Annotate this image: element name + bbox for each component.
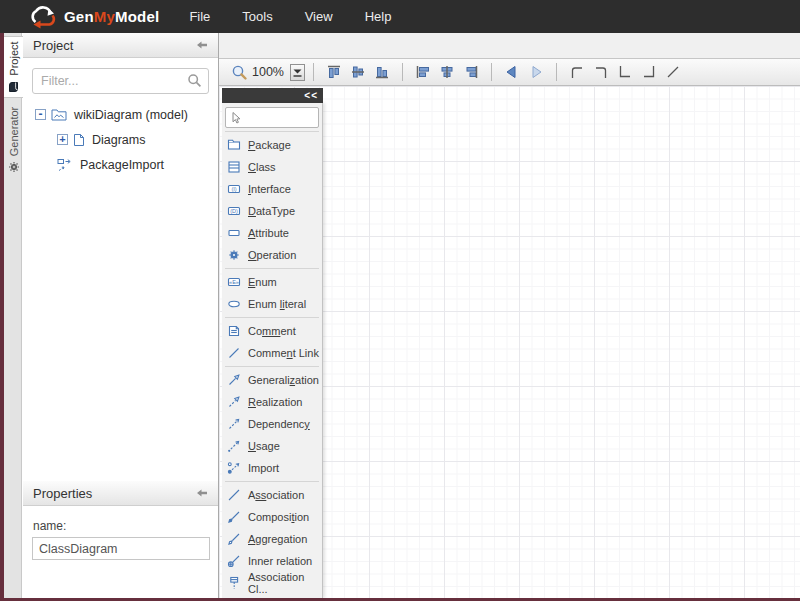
align-left-button[interactable] xyxy=(411,61,435,83)
palette-item-package[interactable]: Package xyxy=(222,134,322,156)
route-corner-top-right-button[interactable] xyxy=(589,61,613,83)
palette-item-label: Enum literal xyxy=(248,298,306,310)
operation-icon xyxy=(227,248,241,262)
palette-item-interface[interactable]: (I)Interface xyxy=(222,178,322,200)
align-center-button[interactable] xyxy=(435,61,459,83)
palette-separator xyxy=(225,481,319,482)
menu-file[interactable]: File xyxy=(173,2,226,31)
palette-item-realization[interactable]: Realization xyxy=(222,391,322,413)
sidebar-tab-project[interactable]: Project xyxy=(4,36,23,98)
sidebar-tab-generator[interactable]: Generator xyxy=(4,100,23,180)
palette-item-generalization[interactable]: Generalization xyxy=(222,369,322,391)
diagram-file-icon xyxy=(73,133,85,147)
collapse-panel-button[interactable] xyxy=(196,488,208,498)
zoom-dropdown-button[interactable] xyxy=(290,64,305,81)
tree-item-label: PackageImport xyxy=(80,158,164,172)
palette-item-dependency[interactable]: Dependency xyxy=(222,413,322,435)
project-panel-title: Project xyxy=(33,38,73,53)
palette-item-composition[interactable]: Composition xyxy=(222,506,322,528)
palette: << PackageClass(I)Interface(D)DataTypeAt… xyxy=(222,88,323,598)
palette-item-comment-link[interactable]: Comment Link xyxy=(222,342,322,364)
palette-item-association[interactable]: Association xyxy=(222,484,322,506)
menu-tools[interactable]: Tools xyxy=(226,2,288,31)
inner-relation-icon xyxy=(227,554,241,568)
palette-item-label: Composition xyxy=(248,511,309,523)
palette-item-label: Interface xyxy=(248,183,291,195)
dependency-icon xyxy=(227,417,241,431)
toolbar-separator xyxy=(556,63,557,81)
properties-panel: Properties name: xyxy=(23,481,219,560)
palette-item-usage[interactable]: Usage xyxy=(222,435,322,457)
usage-icon xyxy=(227,439,241,453)
package-icon xyxy=(227,138,241,152)
palette-item-aggregation[interactable]: Aggregation xyxy=(222,528,322,550)
palette-item-label: Association xyxy=(248,489,304,501)
association-icon xyxy=(227,488,241,502)
palette-item-label: Comment Link xyxy=(248,347,319,359)
tree-item-label: Diagrams xyxy=(92,133,146,147)
cursor-icon xyxy=(229,111,242,125)
tree-item-wikidiagram[interactable]: - wikiDiagram (model) xyxy=(23,102,218,127)
palette-item-enum[interactable]: «E»Enum xyxy=(222,271,322,293)
palette-separator xyxy=(225,366,319,367)
route-direct-button[interactable] xyxy=(661,61,685,83)
filter-input[interactable] xyxy=(32,68,209,94)
palette-item-enum-literal[interactable]: Enum literal xyxy=(222,293,322,315)
align-bottom-button[interactable] xyxy=(370,61,394,83)
gear-icon xyxy=(8,161,20,173)
palette-item-label: Usage xyxy=(248,440,280,452)
align-middle-button[interactable] xyxy=(346,61,370,83)
palette-item-operation[interactable]: Operation xyxy=(222,244,322,266)
generalization-icon xyxy=(227,373,241,387)
interface-icon: (I) xyxy=(227,182,241,196)
palette-item-label: DataType xyxy=(248,205,295,217)
menu-help[interactable]: Help xyxy=(349,2,408,31)
sidebar-tab-label: Generator xyxy=(8,107,20,157)
palette-separator xyxy=(225,131,319,132)
class-icon xyxy=(227,160,241,174)
sidebar-tab-label: Project xyxy=(8,41,20,75)
palette-item-class[interactable]: Class xyxy=(222,156,322,178)
realization-icon xyxy=(227,395,241,409)
cloud-arrows-icon xyxy=(28,4,58,30)
book-icon xyxy=(8,81,19,93)
tree-item-diagrams[interactable]: + Diagrams xyxy=(23,127,218,152)
composition-icon xyxy=(227,510,241,524)
palette-item-comment[interactable]: Comment xyxy=(222,320,322,342)
align-top-button[interactable] xyxy=(322,61,346,83)
tree-item-packageimport[interactable]: PackageImport xyxy=(23,152,218,177)
app-logo: GenMyModel xyxy=(28,4,159,30)
palette-item-association-cl[interactable]: Association Cl... xyxy=(222,572,322,594)
properties-panel-header: Properties xyxy=(23,481,218,506)
palette-item-inner-relation[interactable]: Inner relation xyxy=(222,550,322,572)
svg-text:(D): (D) xyxy=(230,208,238,214)
attribute-icon xyxy=(227,226,241,240)
palette-collapse-button[interactable]: << xyxy=(222,88,323,103)
palette-item-label: Import xyxy=(248,462,279,474)
palette-item-import[interactable]: Import xyxy=(222,457,322,479)
palette-item-datatype[interactable]: (D)DataType xyxy=(222,200,322,222)
collapse-panel-button[interactable] xyxy=(196,40,208,50)
palette-item-attribute[interactable]: Attribute xyxy=(222,222,322,244)
name-input[interactable] xyxy=(32,537,210,560)
flip-right-button[interactable] xyxy=(524,61,548,83)
route-corner-top-left-button[interactable] xyxy=(565,61,589,83)
align-right-button[interactable] xyxy=(459,61,483,83)
import-icon xyxy=(227,461,241,475)
palette-separator xyxy=(225,268,319,269)
association-class-icon xyxy=(227,576,241,590)
palette-item-label: Generalization xyxy=(248,374,319,386)
expand-expander-icon[interactable]: + xyxy=(57,134,68,145)
menubar: File Tools View Help xyxy=(173,2,407,31)
dropdown-arrow-icon xyxy=(291,65,304,80)
aggregation-icon xyxy=(227,532,241,546)
toolbar-separator xyxy=(313,63,314,81)
filter-box xyxy=(32,68,209,94)
route-corner-bottom-left-button[interactable] xyxy=(613,61,637,83)
app-title: GenMyModel xyxy=(64,8,159,25)
menu-view[interactable]: View xyxy=(289,2,349,31)
route-corner-bottom-right-button[interactable] xyxy=(637,61,661,83)
collapse-expander-icon[interactable]: - xyxy=(35,109,46,120)
selection-tool[interactable] xyxy=(225,107,319,128)
flip-left-button[interactable] xyxy=(500,61,524,83)
